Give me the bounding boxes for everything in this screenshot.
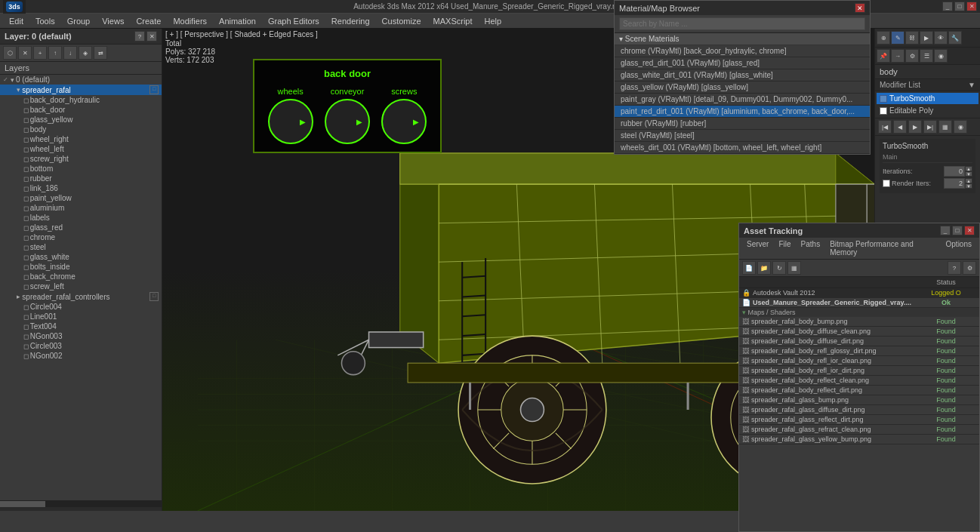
mat-circle-screws[interactable] (381, 99, 427, 144)
material-item-6[interactable]: rubber (VRayMtl) [rubber] (615, 118, 870, 130)
at-row-11[interactable]: 🖼spreader_rafal_glass_bump.pngFound (739, 395, 979, 405)
nav-end-icon[interactable]: ▶| (923, 120, 937, 134)
ts-iterations-up[interactable]: ▲ (965, 166, 972, 171)
ts-render-input[interactable] (944, 178, 965, 189)
layer-tree-item-back_door[interactable]: ◻back_door (0, 105, 162, 115)
layer-tree-item-spreader_rafal_controllers[interactable]: ▸spreader_rafal_controllers □ (0, 291, 162, 302)
at-row-8[interactable]: 🖼spreader_rafal_body_refl_ior_dirt.pngFo… (739, 366, 979, 376)
layer-delete-button[interactable]: ✕ (18, 46, 32, 60)
ts-iterations-spinbox[interactable]: ▲ ▼ (944, 166, 972, 177)
nav-eye2-icon[interactable]: ◉ (954, 120, 967, 134)
at-row-5[interactable]: 🖼spreader_rafal_body_diffuse_dirt.pngFou… (739, 337, 979, 346)
layer-tree-item-chrome[interactable]: ◻chrome (0, 232, 162, 242)
ts-render-down[interactable]: ▼ (965, 183, 972, 189)
at-menu-item-4[interactable]: Options (941, 239, 976, 257)
mod-tools2-icon[interactable]: ⚙ (905, 49, 919, 63)
mod-create-icon[interactable]: ⊕ (877, 31, 890, 45)
layer-tree-item-steel[interactable]: ◻steel (0, 242, 162, 252)
at-row-9[interactable]: 🖼spreader_rafal_body_reflect_clean.pngFo… (739, 376, 979, 386)
layer-tree-item-screw_right[interactable]: ◻screw_right (0, 154, 162, 164)
at-row-6[interactable]: 🖼spreader_rafal_body_refl_glossy_dirt.pn… (739, 346, 979, 356)
layer-tree-item-wheel_right[interactable]: ◻wheel_right (0, 134, 162, 144)
at-row-15[interactable]: 🖼spreader_rafal_glass_yellow_bump.pngFou… (739, 435, 979, 444)
nav-next-icon[interactable]: ▶ (908, 120, 922, 134)
at-minimize-btn[interactable]: _ (940, 226, 951, 235)
at-row-13[interactable]: 🖼spreader_rafal_glass_reflect_dirt.pngFo… (739, 415, 979, 425)
layer-tree-item-rubber[interactable]: ◻rubber (0, 174, 162, 183)
layer-tree-item-aluminium[interactable]: ◻aluminium (0, 203, 162, 213)
layer-tree-item-labels[interactable]: ◻labels (0, 213, 162, 223)
menu-graph-editors[interactable]: Graph Editors (262, 16, 325, 26)
menu-create[interactable]: Create (130, 16, 167, 26)
close-button[interactable]: ✕ (966, 2, 977, 11)
at-maximize-btn[interactable]: □ (952, 226, 963, 235)
at-menu-item-0[interactable]: Server (742, 239, 773, 257)
layer-tree-item-glass_red[interactable]: ◻glass_red (0, 223, 162, 232)
modifier-list-dropdown[interactable]: ▼ (968, 81, 975, 89)
ts-render-spinbox[interactable]: ▲ ▼ (944, 178, 972, 189)
at-row-12[interactable]: 🖼spreader_rafal_glass_diffuse_dirt.pngFo… (739, 405, 979, 415)
at-row-10[interactable]: 🖼spreader_rafal_body_reflect_dirt.pngFou… (739, 386, 979, 395)
at-grid-icon[interactable]: ▦ (787, 261, 801, 275)
asset-tracking-body[interactable]: 🔒Autodesk Vault 2012Logged O📄Used_Manure… (739, 288, 979, 532)
at-row-1[interactable]: 📄Used_Manure_Spreader_Generic_Rigged_vra… (739, 298, 979, 308)
minimize-button[interactable]: _ (942, 2, 953, 11)
layer-down-button[interactable]: ↓ (63, 46, 77, 60)
ts-iterations-input[interactable] (944, 166, 965, 177)
layer-tree[interactable]: ✓▾0 (default) ▾spreader_rafal □ ◻back_do… (0, 75, 162, 500)
at-refresh-icon[interactable]: ↻ (772, 261, 786, 275)
mod-motion-icon[interactable]: ▶ (920, 31, 933, 45)
layer-tree-item-glass_yellow[interactable]: ◻glass_yellow (0, 115, 162, 125)
menu-animation[interactable]: Animation (213, 16, 262, 26)
at-row-7[interactable]: 🖼spreader_rafal_body_refl_ior_clean.pngF… (739, 356, 979, 366)
menu-group[interactable]: Group (61, 16, 97, 26)
at-row-0[interactable]: 🔒Autodesk Vault 2012Logged O (739, 288, 979, 298)
layer-tree-item-back_door_hydraulic[interactable]: ◻back_door_hydraulic (0, 95, 162, 105)
layer-tree-item-bottom[interactable]: ◻bottom (0, 164, 162, 174)
layer-add-button[interactable]: + (33, 46, 47, 60)
material-item-4[interactable]: paint_gray (VRayMtl) [detail_09, Dummy00… (615, 94, 870, 106)
menu-rendering[interactable]: Rendering (325, 16, 376, 26)
menu-help[interactable]: Help (479, 16, 508, 26)
at-folder-icon[interactable]: 📁 (757, 261, 771, 275)
ts-iterations-arrows[interactable]: ▲ ▼ (965, 166, 972, 177)
layer-tree-item-NGon003[interactable]: ◻NGon003 (0, 331, 162, 341)
layer-tree-item-bolts_inside[interactable]: ◻bolts_inside (0, 262, 162, 272)
nav-prev-icon[interactable]: ◀ (893, 120, 907, 134)
at-file-icon[interactable]: 📄 (742, 261, 756, 275)
at-settings-icon[interactable]: ⚙ (963, 261, 976, 275)
ts-iterations-down[interactable]: ▼ (965, 171, 972, 177)
layer-tree-item-Text004[interactable]: ◻Text004 (0, 321, 162, 331)
layer-tree-item-back_chrome[interactable]: ◻back_chrome (0, 272, 162, 281)
menu-customize[interactable]: Customize (376, 16, 427, 26)
layer-select-button[interactable]: ◈ (79, 46, 92, 60)
material-browser-close[interactable]: ✕ (855, 3, 865, 13)
material-item-5[interactable]: paint_red_dirt_001 (VRayMtl) [aluminium,… (615, 106, 870, 118)
at-help-icon[interactable]: ? (948, 261, 961, 275)
mod-modify-icon[interactable]: ✎ (891, 31, 904, 45)
layer-tree-item-Circle004[interactable]: ◻Circle004 (0, 302, 162, 312)
layer-tree-item-0_default[interactable]: ✓▾0 (default) (0, 75, 162, 85)
turbosmooth-item[interactable]: TurboSmooth (877, 93, 978, 104)
layer-tree-item-Line001[interactable]: ◻Line001 (0, 312, 162, 321)
layer-tree-item-glass_white[interactable]: ◻glass_white (0, 252, 162, 262)
mod-pin-icon[interactable]: 📌 (877, 49, 890, 63)
mod-display-icon[interactable]: 👁 (934, 31, 948, 45)
layer-tree-item-spreader_rafal[interactable]: ▾spreader_rafal □ (0, 85, 162, 95)
ts-render-arrows[interactable]: ▲ ▼ (965, 178, 972, 189)
mod-utilities-icon[interactable]: 🔧 (948, 31, 962, 45)
nav-grid-icon[interactable]: ▦ (938, 120, 952, 134)
nav-start-icon[interactable]: |◀ (878, 120, 892, 134)
editable-poly-check[interactable] (880, 107, 887, 115)
layer-tree-item-body[interactable]: ◻body (0, 125, 162, 134)
layer-tree-item-screw_left[interactable]: ◻screw_left (0, 281, 162, 291)
material-item-7[interactable]: steel (VRayMtl) [steel] (615, 130, 870, 142)
mod-arrow-icon[interactable]: → (891, 49, 904, 63)
material-item-0[interactable]: chrome (VRayMtl) [back_door_hydraylic, c… (615, 45, 870, 57)
mod-hierarchy-icon[interactable]: ⛓ (905, 31, 919, 45)
layer-new-button[interactable]: ⬡ (3, 46, 17, 60)
at-menu-item-3[interactable]: Bitmap Performance and Memory (825, 239, 940, 257)
material-item-2[interactable]: glass_white_dirt_001 (VRayMtl) [glass_wh… (615, 69, 870, 81)
menu-maxscript[interactable]: MAXScript (427, 16, 479, 26)
mod-eye-icon[interactable]: ◉ (934, 49, 948, 63)
